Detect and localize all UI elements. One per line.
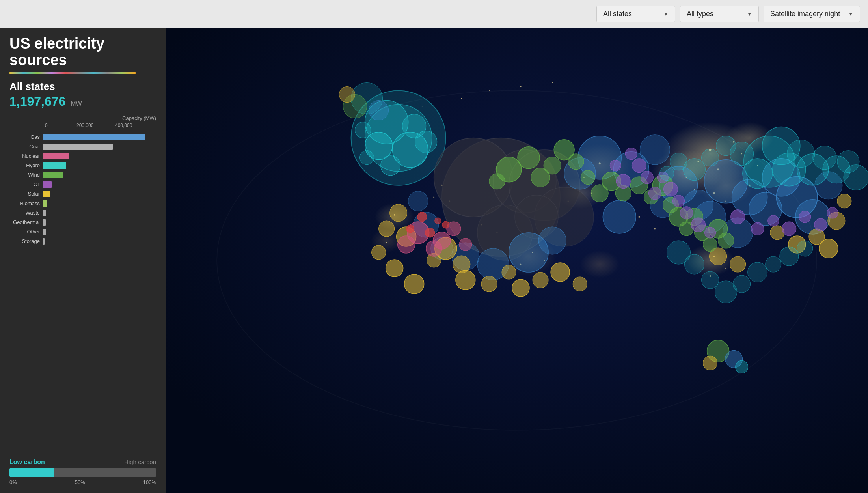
svg-point-155: [827, 207, 838, 218]
svg-point-137: [632, 159, 646, 173]
bar-container: [43, 219, 156, 226]
svg-point-59: [360, 151, 374, 165]
svg-point-73: [603, 200, 636, 233]
carbon-section: Low carbon High carbon 0% 50% 100%: [9, 453, 156, 485]
svg-point-165: [425, 228, 435, 237]
imagery-dropdown[interactable]: Satellite imagery night ▼: [764, 6, 860, 22]
bar-fill: [43, 153, 69, 159]
bar-container: [43, 153, 156, 159]
axis-zero: 0: [45, 123, 48, 128]
bar-fill: [43, 219, 46, 226]
svg-point-145: [672, 195, 684, 207]
bar-row: Nuclear: [9, 152, 156, 161]
svg-point-198: [703, 356, 717, 370]
states-label: All states: [603, 10, 632, 18]
svg-point-159: [426, 241, 442, 256]
svg-point-141: [616, 174, 630, 189]
svg-point-191: [797, 241, 813, 256]
chart-axis: 0 200,000 400,000: [45, 123, 156, 132]
total-capacity: 1,197,676 MW: [9, 94, 156, 109]
svg-point-118: [489, 174, 505, 189]
main-content: US electricity sources All states 1,197,…: [0, 28, 868, 493]
low-carbon-label: Low carbon: [9, 459, 45, 466]
svg-point-101: [390, 204, 407, 222]
svg-point-146: [680, 207, 693, 219]
svg-point-179: [702, 149, 719, 166]
sidebar: US electricity sources All states 1,197,…: [0, 28, 166, 493]
svg-point-100: [573, 277, 587, 291]
svg-point-72: [538, 227, 566, 254]
bar-fill: [43, 238, 45, 245]
svg-point-114: [837, 194, 851, 208]
imagery-chevron: ▼: [848, 11, 853, 17]
svg-point-142: [648, 187, 661, 200]
svg-point-41: [638, 216, 640, 218]
bar-fill: [43, 229, 46, 235]
bar-fill: [43, 210, 46, 216]
color-spectrum-bar: [9, 72, 136, 74]
bar-chart: GasCoalNuclearHydroWindOilSolarBiomassWa…: [9, 133, 156, 246]
svg-point-116: [518, 147, 540, 169]
svg-point-140: [610, 160, 621, 171]
svg-point-105: [386, 260, 403, 277]
svg-point-56: [381, 156, 400, 176]
svg-point-176: [844, 165, 868, 190]
svg-point-58: [415, 131, 437, 153]
svg-point-189: [766, 256, 781, 272]
bar-container: [43, 229, 156, 235]
bar-container: [43, 162, 156, 169]
bar-label: Other: [9, 229, 43, 235]
svg-point-188: [748, 262, 767, 282]
svg-point-99: [551, 263, 570, 282]
bar-label: Biomass: [9, 200, 43, 206]
map-area[interactable]: [166, 28, 868, 493]
carbon-axis-50: 50%: [75, 479, 85, 485]
bar-container: [43, 134, 156, 140]
svg-point-94: [456, 270, 475, 290]
svg-point-108: [730, 256, 746, 272]
bar-container: [43, 144, 156, 150]
types-dropdown[interactable]: All types ▼: [680, 6, 759, 22]
svg-point-184: [684, 254, 704, 274]
svg-point-164: [435, 218, 441, 224]
svg-point-190: [780, 247, 799, 266]
svg-point-153: [799, 211, 811, 223]
svg-point-149: [731, 210, 745, 224]
bar-container: [43, 200, 156, 207]
svg-point-97: [512, 279, 529, 297]
chart-title: Capacity (MW): [9, 115, 156, 121]
state-heading: All states: [9, 80, 156, 93]
axis-mid2: 400,000: [115, 123, 132, 128]
svg-point-152: [782, 222, 796, 236]
svg-point-150: [751, 222, 764, 235]
svg-point-46: [489, 90, 490, 91]
bar-label: Oil: [9, 181, 43, 187]
types-chevron: ▼: [747, 11, 752, 17]
bar-row: Biomass: [9, 199, 156, 208]
svg-point-104: [372, 245, 386, 260]
unit-label: MW: [71, 100, 82, 107]
bar-container: [43, 181, 156, 188]
types-label: All types: [687, 10, 713, 18]
states-dropdown[interactable]: All states ▼: [596, 6, 675, 22]
svg-point-34: [386, 242, 387, 243]
svg-point-166: [442, 221, 449, 228]
svg-point-154: [814, 218, 827, 231]
bar-fill: [43, 172, 63, 178]
svg-point-121: [568, 154, 584, 170]
svg-point-195: [339, 87, 355, 103]
bar-row: Gas: [9, 133, 156, 142]
svg-point-181: [670, 153, 687, 170]
svg-point-98: [533, 272, 548, 288]
bar-row: Waste: [9, 209, 156, 217]
carbon-axis-0: 0%: [9, 479, 17, 485]
bar-fill: [43, 191, 50, 197]
svg-point-161: [398, 236, 415, 253]
svg-point-106: [404, 274, 424, 294]
svg-point-42: [654, 228, 656, 229]
bar-container: [43, 172, 156, 178]
bar-row: Hydro: [9, 161, 156, 170]
svg-point-148: [705, 227, 716, 238]
svg-point-178: [716, 136, 736, 156]
bar-label: Hydro: [9, 162, 43, 168]
